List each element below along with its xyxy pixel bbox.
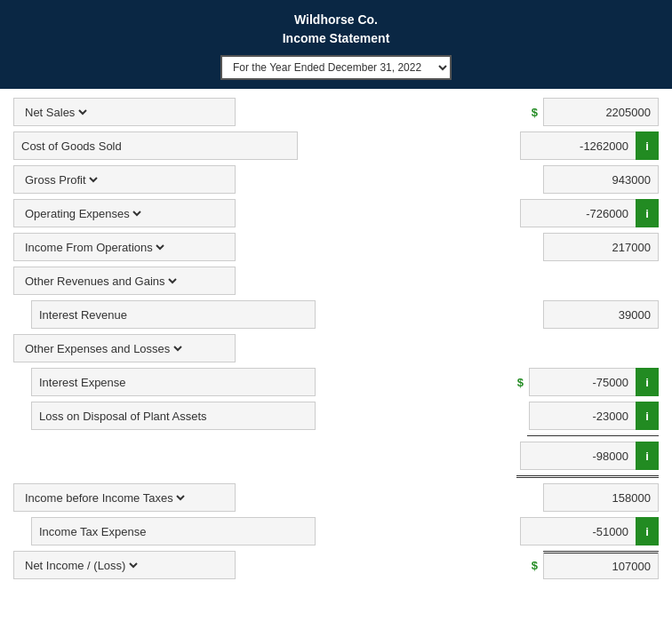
cogs-value: -1262000 <box>520 131 636 160</box>
interest-expense-value: -75000 <box>529 368 636 396</box>
interest-expense-dollar: $ <box>517 376 524 389</box>
gross-profit-value: 943000 <box>543 165 659 194</box>
net-sales-row: Net Sales $ 2205000 <box>13 98 659 126</box>
operating-expenses-value: -726000 <box>520 199 636 227</box>
interest-revenue-value: 39000 <box>543 300 659 329</box>
operating-expenses-select[interactable]: Operating Expenses <box>21 206 144 221</box>
other-expenses-select[interactable]: Other Expenses and Losses <box>21 341 185 356</box>
gross-profit-select[interactable]: Gross Profit <box>21 172 100 187</box>
subtotal-value-group: -98000 i <box>520 442 659 470</box>
separator-line <box>527 435 659 436</box>
other-expenses-label[interactable]: Other Expenses and Losses <box>13 334 236 362</box>
income-tax-expense-label: Income Tax Expense <box>31 517 316 545</box>
income-from-operations-select[interactable]: Income From Operations <box>21 240 167 255</box>
double-separator-line <box>516 475 659 478</box>
interest-revenue-label: Interest Revenue <box>31 300 316 329</box>
income-from-operations-value: 217000 <box>543 233 659 261</box>
net-sales-label[interactable]: Net Sales <box>13 98 236 126</box>
loss-disposal-info-btn[interactable]: i <box>636 402 659 430</box>
net-sales-value: 2205000 <box>543 98 659 126</box>
other-expenses-row: Other Expenses and Losses <box>13 334 659 362</box>
period-selector[interactable]: For the Year Ended December 31, 2022 <box>9 55 663 80</box>
loss-disposal-row: Loss on Disposal of Plant Assets -23000 … <box>13 402 659 430</box>
income-before-taxes-row: Income before Income Taxes 158000 <box>13 483 659 512</box>
net-sales-dollar: $ <box>532 106 538 119</box>
gross-profit-row: Gross Profit 943000 <box>13 165 659 194</box>
cogs-value-group: -1262000 i <box>520 131 659 160</box>
subtotal-row: -98000 i <box>13 442 659 470</box>
income-tax-expense-row: Income Tax Expense -51000 i <box>13 517 659 545</box>
header: Wildhorse Co. Income Statement For the Y… <box>0 0 672 89</box>
subtotal-info-btn[interactable]: i <box>636 442 659 470</box>
double-separator-container <box>13 475 659 478</box>
separator-container <box>13 435 659 436</box>
gross-profit-label[interactable]: Gross Profit <box>13 165 236 194</box>
company-title: Wildhorse Co. Income Statement <box>9 11 663 48</box>
net-income-row: Net Income / (Loss) $ 107000 <box>13 551 659 579</box>
interest-expense-value-group: -75000 i <box>529 368 659 396</box>
operating-expenses-label[interactable]: Operating Expenses <box>13 199 236 227</box>
operating-expenses-row: Operating Expenses -726000 i <box>13 199 659 227</box>
other-revenues-row: Other Revenues and Gains <box>13 267 659 295</box>
net-income-label[interactable]: Net Income / (Loss) <box>13 551 236 579</box>
net-income-select[interactable]: Net Income / (Loss) <box>21 558 140 573</box>
income-tax-info-btn[interactable]: i <box>636 517 659 545</box>
net-sales-select[interactable]: Net Sales <box>21 105 90 120</box>
income-from-operations-label[interactable]: Income From Operations <box>13 233 236 261</box>
income-statement-content: Net Sales $ 2205000 Cost of Goods Sold -… <box>0 89 672 593</box>
subtotal-value: -98000 <box>520 442 636 470</box>
interest-expense-label: Interest Expense <box>31 368 316 396</box>
company-name: Wildhorse Co. <box>9 11 663 29</box>
income-before-taxes-select[interactable]: Income before Income Taxes <box>21 490 188 506</box>
income-from-operations-row: Income From Operations 217000 <box>13 233 659 261</box>
statement-title: Income Statement <box>9 29 663 48</box>
loss-disposal-value: -23000 <box>529 402 636 430</box>
interest-expense-row: Interest Expense $ -75000 i <box>13 368 659 396</box>
income-tax-value: -51000 <box>520 517 636 545</box>
income-before-taxes-value: 158000 <box>543 483 659 512</box>
income-tax-value-group: -51000 i <box>520 517 659 545</box>
other-revenues-select[interactable]: Other Revenues and Gains <box>21 274 180 289</box>
income-before-taxes-label[interactable]: Income before Income Taxes <box>13 483 236 512</box>
net-income-value: 107000 <box>543 551 659 579</box>
loss-disposal-value-group: -23000 i <box>529 402 659 430</box>
cogs-info-btn[interactable]: i <box>636 131 659 160</box>
interest-expense-info-btn[interactable]: i <box>636 368 659 396</box>
period-select[interactable]: For the Year Ended December 31, 2022 <box>220 55 452 80</box>
interest-revenue-row: Interest Revenue 39000 <box>13 300 659 329</box>
net-income-dollar: $ <box>532 559 538 572</box>
operating-expenses-info-btn[interactable]: i <box>636 199 659 227</box>
loss-disposal-label: Loss on Disposal of Plant Assets <box>31 402 316 430</box>
operating-expenses-value-group: -726000 i <box>520 199 659 227</box>
cogs-row: Cost of Goods Sold -1262000 i <box>13 131 659 160</box>
other-revenues-label[interactable]: Other Revenues and Gains <box>13 267 236 295</box>
cogs-label: Cost of Goods Sold <box>13 131 298 160</box>
